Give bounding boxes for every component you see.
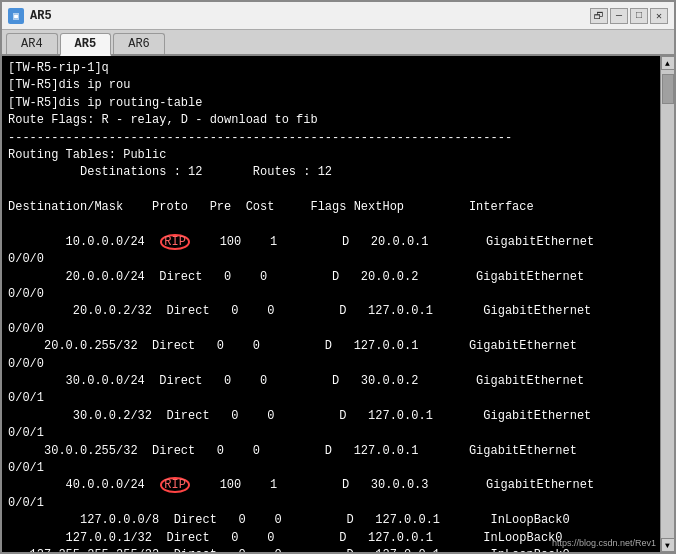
terminal-line: 0/0/1 bbox=[8, 460, 654, 477]
terminal-line: 0/0/0 bbox=[8, 286, 654, 303]
terminal-line: Routing Tables: Public bbox=[8, 147, 654, 164]
tab-ar4[interactable]: AR4 bbox=[6, 33, 58, 54]
tab-bar: AR4 AR5 AR6 bbox=[2, 30, 674, 56]
window-controls: 🗗 — □ ✕ bbox=[590, 8, 668, 24]
terminal-row-7: 30.0.0.255/32 Direct 0 0 D 127.0.0.1 Gig… bbox=[8, 443, 654, 460]
scroll-thumb[interactable] bbox=[662, 74, 674, 104]
rip-badge-1: RIP bbox=[160, 234, 190, 250]
minimize-button[interactable]: — bbox=[610, 8, 628, 24]
terminal-line: 0/0/1 bbox=[8, 390, 654, 407]
scrollbar[interactable]: ▲ ▼ bbox=[660, 56, 674, 552]
terminal-line: 0/0/0 bbox=[8, 321, 654, 338]
rip-badge-2: RIP bbox=[160, 477, 190, 493]
scroll-down-button[interactable]: ▼ bbox=[661, 538, 675, 552]
maximize-button[interactable]: □ bbox=[630, 8, 648, 24]
watermark: https://blog.csdn.net/Rev1 bbox=[552, 537, 656, 550]
terminal-line: Route Flags: R - relay, D - download to … bbox=[8, 112, 654, 129]
terminal-row-4: 20.0.0.255/32 Direct 0 0 D 127.0.0.1 Gig… bbox=[8, 338, 654, 355]
scroll-up-button[interactable]: ▲ bbox=[661, 56, 675, 70]
window-title: AR5 bbox=[30, 9, 584, 23]
terminal-row-8: 40.0.0.0/24 RIP 100 1 D 30.0.0.3 Gigabit… bbox=[8, 477, 654, 494]
terminal-area: [TW-R5-rip-1]q [TW-R5]dis ip rou [TW-R5]… bbox=[2, 56, 674, 552]
terminal-header: Destination/Mask Proto Pre Cost Flags Ne… bbox=[8, 199, 654, 216]
terminal-line bbox=[8, 217, 654, 234]
terminal-line: ----------------------------------------… bbox=[8, 130, 654, 147]
terminal-row-2: 20.0.0.0/24 Direct 0 0 D 20.0.0.2 Gigabi… bbox=[8, 269, 654, 286]
scroll-track[interactable] bbox=[661, 70, 674, 538]
close-button[interactable]: ✕ bbox=[650, 8, 668, 24]
main-window: ▣ AR5 🗗 — □ ✕ AR4 AR5 AR6 [TW-R5-rip-1]q… bbox=[0, 0, 676, 554]
terminal-row-9: 127.0.0.0/8 Direct 0 0 D 127.0.0.1 InLoo… bbox=[8, 512, 654, 529]
terminal-line: 0/0/1 bbox=[8, 495, 654, 512]
restore-button[interactable]: 🗗 bbox=[590, 8, 608, 24]
terminal-row-5: 30.0.0.0/24 Direct 0 0 D 30.0.0.2 Gigabi… bbox=[8, 373, 654, 390]
terminal-output[interactable]: [TW-R5-rip-1]q [TW-R5]dis ip rou [TW-R5]… bbox=[2, 56, 660, 552]
window-icon: ▣ bbox=[8, 8, 24, 24]
terminal-line: 0/0/1 bbox=[8, 425, 654, 442]
terminal-line: 0/0/0 bbox=[8, 356, 654, 373]
terminal-line: [TW-R5]dis ip rou bbox=[8, 77, 654, 94]
terminal-line: 0/0/0 bbox=[8, 251, 654, 268]
terminal-line: [TW-R5-rip-1]q bbox=[8, 60, 654, 77]
tab-ar5[interactable]: AR5 bbox=[60, 33, 112, 56]
title-bar: ▣ AR5 🗗 — □ ✕ bbox=[2, 2, 674, 30]
terminal-line bbox=[8, 182, 654, 199]
tab-ar6[interactable]: AR6 bbox=[113, 33, 165, 54]
terminal-row-6: 30.0.0.2/32 Direct 0 0 D 127.0.0.1 Gigab… bbox=[8, 408, 654, 425]
terminal-line: [TW-R5]dis ip routing-table bbox=[8, 95, 654, 112]
terminal-row-3: 20.0.0.2/32 Direct 0 0 D 127.0.0.1 Gigab… bbox=[8, 303, 654, 320]
terminal-line: Destinations : 12 Routes : 12 bbox=[8, 164, 654, 181]
terminal-row-1: 10.0.0.0/24 RIP 100 1 D 20.0.0.1 Gigabit… bbox=[8, 234, 654, 251]
